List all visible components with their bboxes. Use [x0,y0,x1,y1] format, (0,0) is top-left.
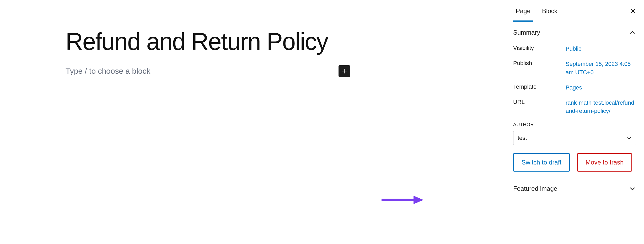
chevron-down-icon [626,135,632,141]
label-template: Template [513,83,560,90]
author-select[interactable]: test [513,131,636,145]
panel-featured-image-title: Featured image [513,185,557,192]
label-author: AUTHOR [513,122,636,128]
label-publish: Publish [513,60,560,67]
switch-to-draft-button[interactable]: Switch to draft [513,153,570,172]
label-visibility: Visibility [513,45,560,51]
row-url: URL rank-math-test.local/refund-and-retu… [513,99,636,115]
chevron-down-icon [629,185,636,192]
author-select-value: test [518,135,527,141]
svg-marker-3 [414,196,423,204]
tab-block[interactable]: Block [536,0,563,22]
row-publish: Publish September 15, 2023 4:05 am UTC+0 [513,60,636,77]
summary-actions: Switch to draft Move to trash [513,153,636,172]
annotation-arrow [382,195,423,205]
move-to-trash-button[interactable]: Move to trash [577,153,632,172]
value-publish[interactable]: September 15, 2023 4:05 am UTC+0 [566,60,636,77]
app-layout: Refund and Return Policy Type / to choos… [0,0,644,244]
label-url: URL [513,99,560,105]
panel-summary: Summary Visibility Public Publish Septem… [505,22,644,178]
value-visibility[interactable]: Public [566,45,636,53]
row-visibility: Visibility Public [513,45,636,53]
value-url[interactable]: rank-math-test.local/refund-and-return-p… [566,99,636,115]
sidebar-tabbar: Page Block [505,0,644,22]
value-template[interactable]: Pages [566,83,636,92]
block-placeholder[interactable]: Type / to choose a block [66,67,339,76]
page-title[interactable]: Refund and Return Policy [66,29,479,54]
settings-sidebar: Page Block Summary Visibility Public [505,0,644,244]
panel-summary-header[interactable]: Summary [513,29,636,36]
tab-page[interactable]: Page [510,0,536,22]
empty-block-row: Type / to choose a block [66,65,350,77]
panel-featured-image: Featured image [505,178,644,199]
editor-canvas: Refund and Return Policy Type / to choos… [0,0,505,244]
close-icon [629,7,637,15]
row-template: Template Pages [513,83,636,92]
panel-summary-title: Summary [513,29,540,36]
panel-summary-body: Visibility Public Publish September 15, … [513,36,636,172]
add-block-button[interactable] [339,65,350,77]
chevron-up-icon [629,29,636,36]
panel-featured-image-header[interactable]: Featured image [513,185,636,192]
plus-icon [341,68,348,75]
close-sidebar-button[interactable] [627,5,639,17]
